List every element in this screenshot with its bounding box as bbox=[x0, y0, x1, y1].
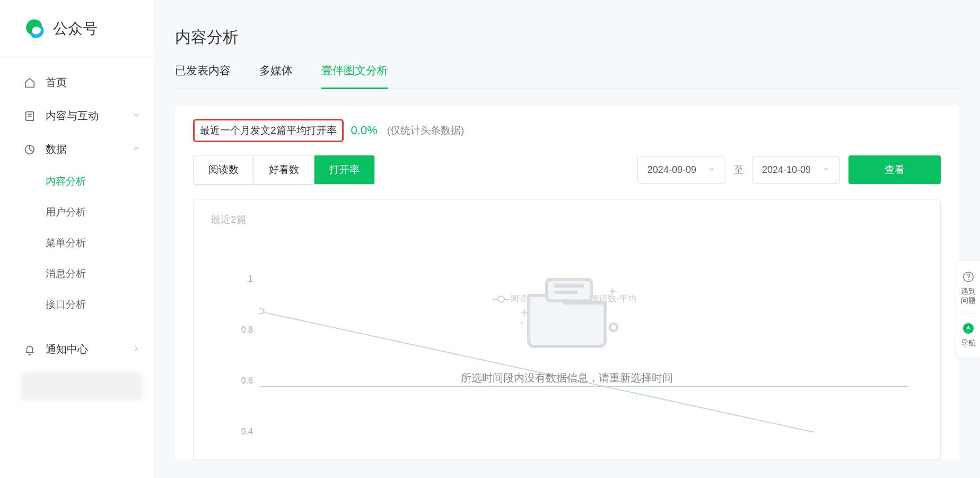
divider bbox=[960, 314, 976, 314]
sidebar-subitem-api-analysis[interactable]: 接口分析 bbox=[0, 289, 153, 320]
sidebar-item-label: 内容分析 bbox=[46, 176, 86, 187]
home-icon bbox=[23, 76, 36, 89]
metric-tab-reads[interactable]: 阅读数 bbox=[194, 155, 254, 184]
brand-name: 公众号 bbox=[53, 19, 98, 39]
sidebar-item-label: 内容与互动 bbox=[46, 109, 99, 123]
nav-icon bbox=[958, 323, 978, 336]
metric-tab-label: 好看数 bbox=[269, 164, 299, 175]
brand-icon bbox=[23, 18, 46, 40]
tab-multimedia[interactable]: 多媒体 bbox=[259, 63, 293, 89]
date-range: 2024-09-09 至 2024-10-09 查看 bbox=[637, 155, 941, 184]
sidebar-nav: 首页 内容与互动 bbox=[0, 57, 153, 478]
chart-empty-state: 所选时间段内没有数据信息，请重新选择时间 bbox=[194, 269, 940, 385]
stat-highlight-box: 最近一个月发文2篇平均打开率 bbox=[193, 119, 344, 142]
question-icon bbox=[958, 271, 978, 285]
view-button[interactable]: 查看 bbox=[848, 155, 941, 184]
controls-row: 阅读数 好看数 打开率 2024-09-09 bbox=[193, 155, 941, 185]
chart-empty-text: 所选时间段内没有数据信息，请重新选择时间 bbox=[194, 371, 940, 385]
page-title: 内容分析 bbox=[175, 0, 959, 63]
stat-note: (仅统计头条数据) bbox=[387, 124, 465, 137]
date-separator: 至 bbox=[734, 163, 743, 176]
sidebar-subitem-message-analysis[interactable]: 消息分析 bbox=[0, 258, 153, 289]
chevron-up-icon bbox=[132, 143, 141, 155]
sidebar-subitem-content-analysis[interactable]: 内容分析 bbox=[0, 166, 153, 197]
metric-tab-likes[interactable]: 好看数 bbox=[254, 155, 314, 184]
tab-label: 多媒体 bbox=[259, 64, 293, 76]
bell-icon bbox=[23, 343, 36, 356]
tab-yiban-analysis[interactable]: 壹伴图文分析 bbox=[321, 63, 388, 89]
chart-title: 最近2篇 bbox=[211, 213, 923, 227]
view-button-label: 查看 bbox=[885, 164, 905, 175]
stat-highlight-text: 最近一个月发文2篇平均打开率 bbox=[200, 125, 337, 136]
y-tick: 0.4 bbox=[232, 427, 253, 438]
sidebar-item-label: 通知中心 bbox=[46, 342, 88, 357]
stat-row: 最近一个月发文2篇平均打开率 0.0% (仅统计头条数据) bbox=[193, 119, 941, 142]
sidebar: 公众号 首页 内容与互动 bbox=[0, 0, 154, 478]
sidebar-item-content[interactable]: 内容与互动 bbox=[0, 99, 153, 133]
chevron-down-icon bbox=[822, 164, 830, 176]
sidebar-item-notifications[interactable]: 通知中心 bbox=[0, 333, 153, 366]
chart-area: 最近2篇 阅读数 阅读数-平均 1 0.8 0.6 0.4 bbox=[193, 199, 941, 459]
chevron-down-icon bbox=[132, 110, 141, 122]
metric-tab-open-rate[interactable]: 打开率 bbox=[314, 155, 374, 184]
sidebar-item-label: 菜单分析 bbox=[46, 237, 86, 248]
content-panel: 最近一个月发文2篇平均打开率 0.0% (仅统计头条数据) 阅读数 好看数 打开… bbox=[175, 106, 959, 459]
chart-icon bbox=[23, 143, 36, 156]
sidebar-item-label: 消息分析 bbox=[46, 268, 86, 279]
tab-published[interactable]: 已发表内容 bbox=[175, 63, 231, 89]
sidebar-item-data[interactable]: 数据 bbox=[0, 133, 153, 166]
help-nav-button[interactable]: 导航 bbox=[956, 317, 980, 353]
svg-point-10 bbox=[610, 324, 617, 331]
content-tabs: 已发表内容 多媒体 壹伴图文分析 bbox=[175, 63, 959, 89]
sidebar-subitem-user-analysis[interactable]: 用户分析 bbox=[0, 197, 153, 228]
main-content: 内容分析 已发表内容 多媒体 壹伴图文分析 最近一个月发文2篇平均打开率 0.0… bbox=[154, 0, 980, 478]
sidebar-item-label: 首页 bbox=[46, 75, 67, 90]
help-label: 导航 bbox=[958, 338, 978, 347]
tab-label: 壹伴图文分析 bbox=[321, 64, 388, 76]
sidebar-item-label: 用户分析 bbox=[46, 206, 86, 218]
date-from-picker[interactable]: 2024-09-09 bbox=[637, 157, 725, 184]
sidebar-item-home[interactable]: 首页 bbox=[0, 66, 153, 99]
tab-label: 已发表内容 bbox=[175, 64, 231, 76]
metric-tab-label: 阅读数 bbox=[208, 164, 239, 175]
date-to-value: 2024-10-09 bbox=[762, 164, 811, 176]
sidebar-subitem-menu-analysis[interactable]: 菜单分析 bbox=[0, 228, 153, 258]
sidebar-item-label: 接口分析 bbox=[46, 299, 86, 310]
date-from-value: 2024-09-09 bbox=[648, 164, 696, 176]
help-panel: 遇到问题 导航 bbox=[956, 260, 980, 358]
chevron-down-icon bbox=[708, 164, 715, 176]
brand-logo[interactable]: 公众号 bbox=[0, 0, 153, 57]
svg-rect-7 bbox=[547, 280, 591, 301]
folder-empty-icon bbox=[514, 269, 620, 356]
help-question-button[interactable]: 遇到问题 bbox=[956, 266, 980, 310]
document-icon bbox=[23, 110, 36, 123]
sidebar-item-label: 数据 bbox=[46, 142, 67, 157]
stat-percent: 0.0% bbox=[351, 124, 378, 137]
help-label: 遇到问题 bbox=[958, 287, 978, 305]
metric-tab-label: 打开率 bbox=[329, 164, 360, 175]
metric-tabs: 阅读数 好看数 打开率 bbox=[193, 155, 375, 185]
date-to-picker[interactable]: 2024-10-09 bbox=[752, 157, 840, 184]
blurred-content bbox=[21, 372, 143, 400]
chevron-right-icon bbox=[132, 343, 141, 355]
svg-point-12 bbox=[968, 279, 969, 280]
